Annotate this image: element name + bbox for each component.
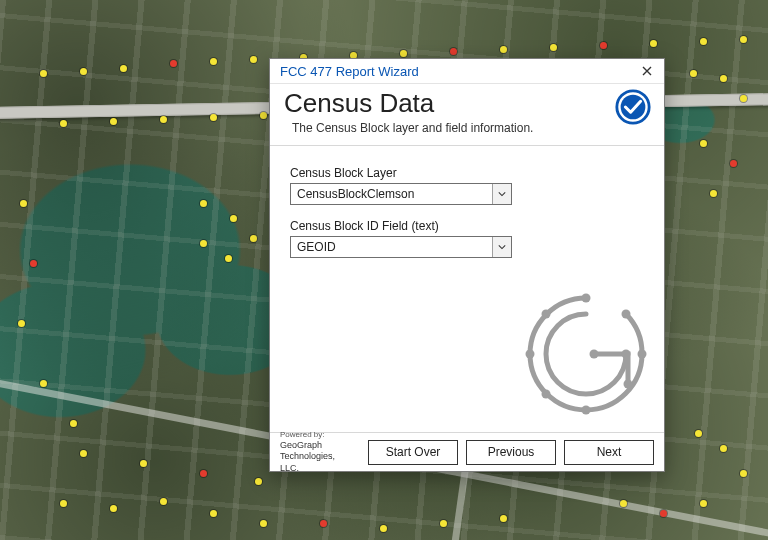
svg-point-10	[624, 380, 633, 389]
parcel-marker[interactable]	[160, 116, 167, 123]
parcel-marker[interactable]	[690, 70, 697, 77]
parcel-marker[interactable]	[60, 500, 67, 507]
parcel-marker[interactable]	[160, 498, 167, 505]
dialog-title: FCC 477 Report Wizard	[280, 64, 638, 79]
svg-point-5	[582, 406, 591, 415]
chevron-down-icon	[492, 184, 511, 204]
parcel-marker[interactable]	[720, 445, 727, 452]
parcel-marker[interactable]	[400, 50, 407, 57]
svg-point-11	[622, 350, 631, 359]
dialog-body: Census Block Layer CensusBlockClemson Ce…	[270, 146, 664, 432]
census-block-id-label: Census Block ID Field (text)	[290, 219, 644, 233]
parcel-marker[interactable]	[110, 118, 117, 125]
parcel-marker[interactable]	[450, 48, 457, 55]
parcel-marker[interactable]	[440, 520, 447, 527]
parcel-marker[interactable]	[210, 114, 217, 121]
parcel-marker[interactable]	[740, 95, 747, 102]
parcel-marker[interactable]	[700, 500, 707, 507]
parcel-marker[interactable]	[500, 515, 507, 522]
parcel-marker[interactable]	[210, 58, 217, 65]
parcel-marker[interactable]	[660, 510, 667, 517]
parcel-marker[interactable]	[740, 36, 747, 43]
parcel-marker[interactable]	[80, 68, 87, 75]
census-block-layer-label: Census Block Layer	[290, 166, 644, 180]
chevron-down-icon	[492, 237, 511, 257]
census-block-layer-select[interactable]: CensusBlockClemson	[290, 183, 512, 205]
parcel-marker[interactable]	[210, 510, 217, 517]
parcel-marker[interactable]	[200, 200, 207, 207]
parcel-marker[interactable]	[225, 255, 232, 262]
powered-by: Powered by: GeoGraph Technologies, LLC.	[280, 430, 352, 474]
previous-button[interactable]: Previous	[466, 440, 556, 465]
parcel-marker[interactable]	[600, 42, 607, 49]
parcel-marker[interactable]	[620, 500, 627, 507]
parcel-marker[interactable]	[260, 112, 267, 119]
parcel-marker[interactable]	[500, 46, 507, 53]
census-block-id-value: GEOID	[291, 240, 492, 254]
parcel-marker[interactable]	[30, 260, 37, 267]
parcel-marker[interactable]	[250, 235, 257, 242]
checkmark-circle-icon	[614, 88, 652, 126]
census-block-id-select[interactable]: GEOID	[290, 236, 512, 258]
svg-point-7	[526, 350, 535, 359]
parcel-marker[interactable]	[20, 200, 27, 207]
parcel-marker[interactable]	[380, 525, 387, 532]
svg-point-6	[542, 390, 551, 399]
parcel-marker[interactable]	[700, 38, 707, 45]
parcel-marker[interactable]	[80, 450, 87, 457]
next-button[interactable]: Next	[564, 440, 654, 465]
parcel-marker[interactable]	[110, 505, 117, 512]
step-complete-badge	[614, 88, 652, 126]
close-icon	[642, 66, 652, 76]
parcel-marker[interactable]	[255, 478, 262, 485]
parcel-marker[interactable]	[740, 470, 747, 477]
parcel-marker[interactable]	[140, 460, 147, 467]
parcel-marker[interactable]	[170, 60, 177, 67]
dialog-titlebar[interactable]: FCC 477 Report Wizard	[270, 59, 664, 84]
census-block-layer-value: CensusBlockClemson	[291, 187, 492, 201]
parcel-marker[interactable]	[720, 75, 727, 82]
parcel-marker[interactable]	[40, 70, 47, 77]
parcel-marker[interactable]	[200, 470, 207, 477]
close-button[interactable]	[638, 62, 656, 80]
parcel-marker[interactable]	[730, 160, 737, 167]
parcel-marker[interactable]	[18, 320, 25, 327]
parcel-marker[interactable]	[250, 56, 257, 63]
parcel-marker[interactable]	[260, 520, 267, 527]
dialog-footer: Powered by: GeoGraph Technologies, LLC. …	[270, 432, 664, 471]
parcel-marker[interactable]	[120, 65, 127, 72]
parcel-marker[interactable]	[700, 140, 707, 147]
start-over-button[interactable]: Start Over	[368, 440, 458, 465]
parcel-marker[interactable]	[40, 380, 47, 387]
parcel-marker[interactable]	[320, 520, 327, 527]
svg-point-4	[638, 350, 647, 359]
parcel-marker[interactable]	[695, 430, 702, 437]
svg-point-9	[590, 350, 599, 359]
parcel-marker[interactable]	[200, 240, 207, 247]
parcel-marker[interactable]	[70, 420, 77, 427]
svg-point-8	[542, 310, 551, 319]
parcel-marker[interactable]	[650, 40, 657, 47]
company-watermark-icon	[516, 284, 656, 424]
svg-point-3	[622, 310, 631, 319]
company-name: GeoGraph Technologies, LLC.	[280, 440, 352, 474]
parcel-marker[interactable]	[60, 120, 67, 127]
wizard-dialog: FCC 477 Report Wizard Census Data The Ce…	[269, 58, 665, 472]
parcel-marker[interactable]	[550, 44, 557, 51]
parcel-marker[interactable]	[710, 190, 717, 197]
step-title: Census Data	[284, 88, 650, 119]
parcel-marker[interactable]	[230, 215, 237, 222]
svg-point-2	[582, 294, 591, 303]
dialog-header: Census Data The Census Block layer and f…	[270, 84, 664, 146]
step-subtitle: The Census Block layer and field informa…	[284, 121, 650, 135]
